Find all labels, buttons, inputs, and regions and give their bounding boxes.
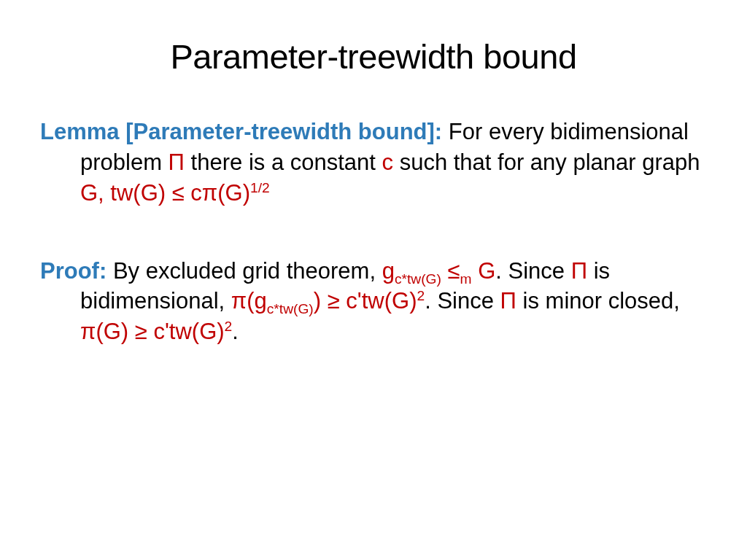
proof-bidim-ineq: π(gc*tw(G)) ≥ c'tw(G)2	[231, 288, 425, 314]
proof-text-2: . Since	[495, 258, 570, 284]
proof-period: .	[232, 319, 239, 344]
proof-minor-ineq: π(G) ≥ c'tw(G)2	[80, 319, 232, 344]
proof-text-1: By excluded grid theorem,	[107, 258, 382, 284]
slide-title: Parameter-treewidth bound	[40, 36, 707, 77]
lemma-label: Lemma [Parameter-treewidth bound]:	[40, 119, 442, 144]
proof-pi-3: Π	[500, 288, 516, 314]
proof-pi-2: Π	[571, 258, 587, 284]
lemma-paragraph: Lemma [Parameter-treewidth bound]: For e…	[40, 117, 707, 209]
proof-label: Proof:	[40, 258, 107, 284]
proof-grid-minor: gc*tw(G) ≤m G	[382, 258, 496, 284]
lemma-text-2: there is a constant	[185, 149, 382, 175]
lemma-pi: Π	[169, 149, 185, 175]
proof-paragraph: Proof: By excluded grid theorem, gc*tw(G…	[40, 256, 707, 348]
lemma-text-3: such that for any planar graph	[393, 149, 700, 175]
lemma-c: c	[382, 149, 394, 175]
proof-text-5: is minor closed,	[516, 288, 680, 314]
lemma-inequality: G, tw(G) ≤ cπ(G)1/2	[80, 180, 270, 206]
proof-text-4: . Since	[425, 288, 500, 314]
